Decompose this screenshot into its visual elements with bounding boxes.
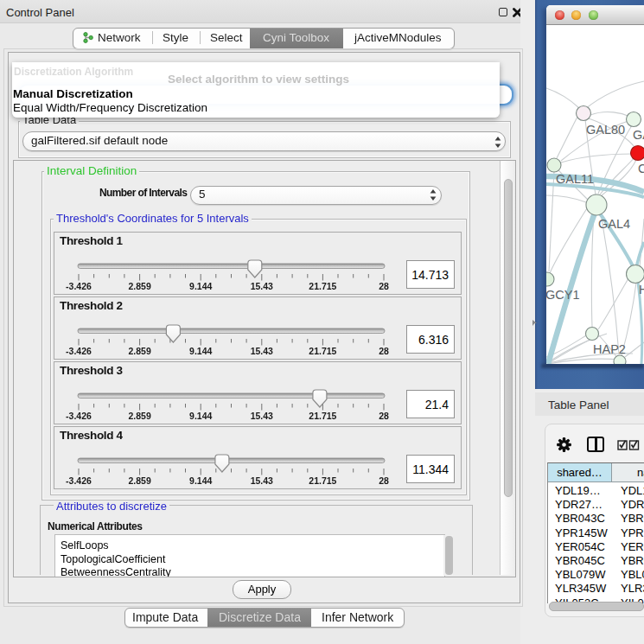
svg-text:15.43: 15.43: [251, 346, 273, 356]
svg-text:9.144: 9.144: [189, 411, 212, 421]
svg-text:-3.426: -3.426: [66, 411, 92, 421]
svg-text:21.715: 21.715: [309, 411, 336, 421]
svg-text:9.144: 9.144: [189, 281, 212, 291]
svg-text:2.859: 2.859: [128, 411, 150, 421]
svg-text:9.144: 9.144: [189, 346, 212, 356]
svg-text:28: 28: [379, 346, 389, 356]
svg-text:GAL11: GAL11: [556, 172, 594, 186]
svg-text:15.43: 15.43: [251, 475, 273, 486]
svg-text:9.144: 9.144: [189, 475, 212, 486]
svg-text:15.43: 15.43: [251, 411, 273, 421]
svg-text:C: C: [638, 162, 644, 175]
svg-text:21.715: 21.715: [309, 475, 336, 486]
svg-text:GCY1: GCY1: [546, 288, 580, 302]
svg-text:HAP2: HAP2: [593, 342, 626, 356]
svg-text:GAL4: GAL4: [598, 217, 630, 231]
svg-text:GAL80: GAL80: [586, 123, 625, 137]
svg-text:GA: GA: [633, 128, 644, 142]
svg-text:21.715: 21.715: [309, 346, 336, 356]
svg-text:-3.426: -3.426: [66, 475, 92, 486]
svg-text:2.859: 2.859: [128, 346, 150, 356]
svg-text:2.859: 2.859: [128, 281, 150, 291]
svg-text:21.715: 21.715: [309, 281, 336, 291]
svg-text:28: 28: [379, 411, 389, 421]
svg-text:-3.426: -3.426: [66, 346, 92, 356]
svg-text:-3.426: -3.426: [66, 281, 92, 291]
svg-text:28: 28: [379, 281, 389, 291]
svg-text:15.43: 15.43: [251, 281, 273, 291]
svg-text:28: 28: [379, 475, 389, 486]
svg-text:H: H: [639, 283, 644, 296]
svg-text:2.859: 2.859: [128, 475, 150, 486]
